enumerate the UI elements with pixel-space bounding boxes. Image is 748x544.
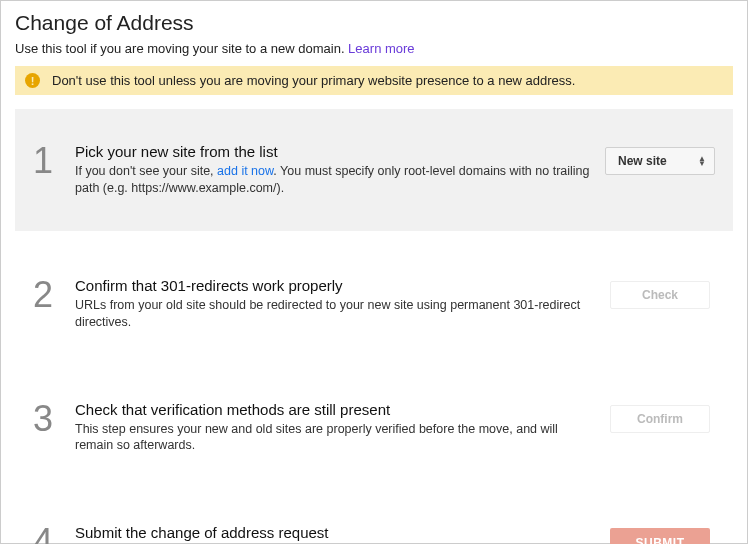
desc-text-a: If you don't see your site, — [75, 164, 217, 178]
step-action: Confirm — [605, 401, 715, 433]
confirm-button[interactable]: Confirm — [610, 405, 710, 433]
step-2: 2 Confirm that 301-redirects work proper… — [15, 253, 733, 355]
change-of-address-panel: Change of Address Use this tool if you a… — [0, 0, 748, 544]
new-site-select[interactable]: New site ▲▼ — [605, 147, 715, 175]
submit-button[interactable]: SUBMIT — [610, 528, 710, 544]
warning-text: Don't use this tool unless you are movin… — [52, 73, 575, 88]
add-it-now-link[interactable]: add it now — [217, 164, 273, 178]
check-button[interactable]: Check — [610, 281, 710, 309]
step-number: 1 — [33, 143, 69, 179]
step-1: 1 Pick your new site from the list If yo… — [15, 109, 733, 231]
step-body: Check that verification methods are stil… — [75, 401, 605, 455]
step-title: Confirm that 301-redirects work properly — [75, 277, 595, 294]
select-label: New site — [618, 154, 667, 168]
step-4: 4 Submit the change of address request T… — [15, 500, 733, 544]
learn-more-link[interactable]: Learn more — [348, 41, 414, 56]
warning-alert: ! Don't use this tool unless you are mov… — [15, 66, 733, 95]
step-description: If you don't see your site, add it now. … — [75, 163, 595, 197]
step-action: Check — [605, 277, 715, 309]
step-number: 2 — [33, 277, 69, 313]
step-title: Check that verification methods are stil… — [75, 401, 595, 418]
step-description: This step ensures your new and old sites… — [75, 421, 595, 455]
step-action: SUBMIT — [605, 524, 715, 544]
warning-icon: ! — [25, 73, 40, 88]
step-title: Pick your new site from the list — [75, 143, 595, 160]
step-number: 3 — [33, 401, 69, 437]
step-number: 4 — [33, 524, 69, 544]
page-title: Change of Address — [15, 1, 733, 41]
step-title: Submit the change of address request — [75, 524, 595, 541]
step-description: URLs from your old site should be redire… — [75, 297, 595, 331]
select-arrows-icon: ▲▼ — [698, 156, 706, 166]
step-body: Submit the change of address request Tra… — [75, 524, 605, 544]
step-body: Pick your new site from the list If you … — [75, 143, 605, 197]
subtitle-text: Use this tool if you are moving your sit… — [15, 41, 348, 56]
step-action: New site ▲▼ — [605, 143, 715, 175]
step-body: Confirm that 301-redirects work properly… — [75, 277, 605, 331]
page-subtitle: Use this tool if you are moving your sit… — [15, 41, 733, 66]
step-3: 3 Check that verification methods are st… — [15, 377, 733, 479]
